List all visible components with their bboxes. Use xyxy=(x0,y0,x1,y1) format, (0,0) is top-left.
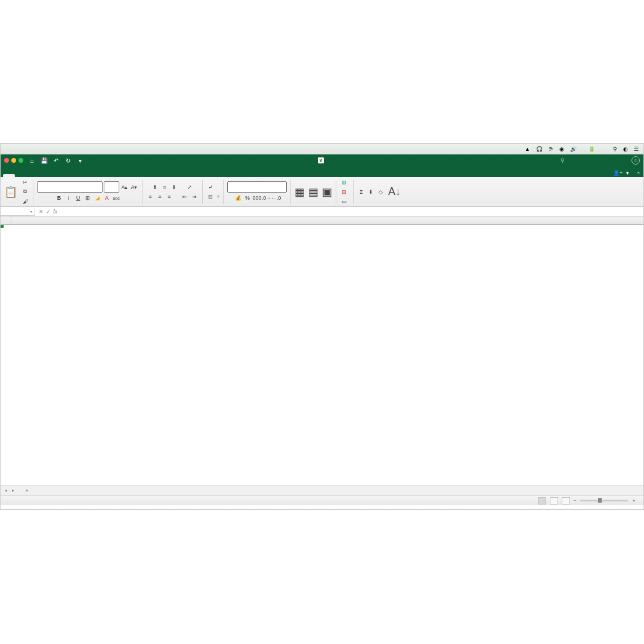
paste-button[interactable]: 📋 xyxy=(4,185,17,199)
align-top-icon[interactable]: ⬆ xyxy=(151,183,159,191)
wifi-icon[interactable]: ◉ xyxy=(559,146,564,152)
close-button[interactable] xyxy=(4,158,9,163)
zoom-out-button[interactable]: − xyxy=(574,498,577,503)
select-all-corner[interactable] xyxy=(1,216,11,224)
tab-data[interactable] xyxy=(51,174,63,177)
increase-decimal-icon[interactable]: .0→ xyxy=(262,194,271,202)
format-painter-icon[interactable]: 🖌 xyxy=(21,197,29,206)
mac-menubar: ▲ 🎧 ⚞ ◉ 🔊 🔋 ⚲ ◐ ☰ xyxy=(1,144,643,154)
number-format-select[interactable] xyxy=(227,181,287,193)
bluetooth-icon[interactable]: ⚞ xyxy=(549,146,553,152)
underline-button[interactable]: U xyxy=(74,194,82,202)
align-left-icon[interactable]: ≡ xyxy=(146,193,154,201)
table-icon: ▤ xyxy=(308,185,318,199)
user-icon[interactable]: ◐ xyxy=(623,146,628,152)
collapse-ribbon-icon[interactable]: ⌃ xyxy=(636,171,641,177)
tab-insert[interactable] xyxy=(15,174,27,177)
increase-font-icon[interactable]: A▴ xyxy=(120,183,129,191)
cell-styles-icon: ▣ xyxy=(322,185,332,199)
align-right-icon[interactable]: ≡ xyxy=(165,193,174,201)
align-middle-icon[interactable]: ≡ xyxy=(160,183,169,191)
phonetic-button[interactable]: abc xyxy=(112,194,120,202)
titlebar: ⌂ 💾 ↶ ↻ ▾ X ⚲ ☺ xyxy=(1,154,643,166)
tab-review[interactable] xyxy=(63,174,75,177)
ribbon-tabs: 👤+ ▾ ⌃ xyxy=(1,166,643,177)
zoom-in-button[interactable]: ＋ xyxy=(631,497,636,504)
spreadsheet-grid[interactable] xyxy=(1,216,643,485)
cell-styles-button[interactable]: ▣ xyxy=(322,185,332,199)
tab-view[interactable] xyxy=(75,174,86,177)
comma-icon[interactable]: 000 xyxy=(253,194,261,202)
headphones-icon[interactable]: 🎧 xyxy=(536,146,543,152)
paste-icon: 📋 xyxy=(4,185,17,199)
cancel-formula-icon[interactable]: ✕ xyxy=(39,209,44,215)
increase-indent-icon[interactable]: ⇥ xyxy=(190,193,199,201)
italic-button[interactable]: I xyxy=(64,194,73,202)
fill-color-button[interactable]: ◢ xyxy=(93,194,101,202)
redo-icon[interactable]: ↻ xyxy=(64,156,72,165)
feedback-icon[interactable]: ☺ xyxy=(631,156,640,165)
spotlight-icon[interactable]: ⚲ xyxy=(613,146,617,152)
volume-icon[interactable]: 🔊 xyxy=(570,146,577,152)
font-name-select[interactable] xyxy=(37,181,103,193)
name-box[interactable]: ▾ xyxy=(1,208,35,216)
search-input[interactable] xyxy=(567,157,627,163)
sort-filter-icon: A↓ xyxy=(388,185,401,198)
font-color-button[interactable]: A xyxy=(103,194,111,202)
border-button[interactable]: ⊞ xyxy=(83,194,92,202)
conditional-format-button[interactable]: ▦ xyxy=(295,185,305,199)
tab-page-layout[interactable] xyxy=(27,174,39,177)
qat-customize-icon[interactable]: ▾ xyxy=(76,156,84,165)
excel-doc-icon: X xyxy=(318,157,324,163)
zoom-slider[interactable] xyxy=(580,500,628,501)
ribbon: 📋 ✂ ⧉ 🖌 A▴ A▾ B I U ⊞ ◢ A abc xyxy=(1,177,643,207)
copy-icon[interactable]: ⧉ xyxy=(21,188,29,196)
sort-filter-button[interactable]: A↓ xyxy=(388,185,401,198)
insert-cells-icon[interactable]: ⊞ xyxy=(340,178,348,187)
fx-icon[interactable]: fx xyxy=(53,209,57,215)
add-sheet-button[interactable]: ＋ xyxy=(20,486,34,495)
sheet-nav-first-icon[interactable]: ◂ xyxy=(3,488,9,494)
delete-cells-icon[interactable]: ⊟ xyxy=(340,188,348,196)
minimize-button[interactable] xyxy=(11,158,16,163)
save-icon[interactable]: 💾 xyxy=(40,156,48,165)
share-button[interactable]: 👤+ ▾ xyxy=(608,169,634,177)
normal-view-button[interactable] xyxy=(538,497,546,504)
siri-icon[interactable]: ▲ xyxy=(525,146,530,152)
cut-icon[interactable]: ✂ xyxy=(21,178,29,187)
align-bottom-icon[interactable]: ⬇ xyxy=(170,183,178,191)
page-layout-view-button[interactable] xyxy=(550,497,558,504)
wrap-text-icon[interactable]: ⤶ xyxy=(206,183,215,191)
undo-icon[interactable]: ↶ xyxy=(52,156,60,165)
orientation-icon[interactable]: ⤢ xyxy=(185,183,194,191)
formula-input[interactable] xyxy=(61,208,643,216)
cond-fmt-icon: ▦ xyxy=(295,185,305,199)
font-size-select[interactable] xyxy=(104,181,119,193)
fill-icon[interactable]: ⬇ xyxy=(367,188,375,196)
clear-icon[interactable]: ◇ xyxy=(376,188,385,196)
bold-button[interactable]: B xyxy=(55,194,63,202)
align-center-icon[interactable]: ≡ xyxy=(156,193,164,201)
sheet-tabs: ◂ ▸ ＋ xyxy=(1,485,643,496)
decrease-decimal-icon[interactable]: ←.0 xyxy=(272,194,280,202)
currency-icon[interactable]: 💰 xyxy=(234,194,242,202)
page-break-view-button[interactable] xyxy=(562,497,570,504)
percent-icon[interactable]: % xyxy=(243,194,252,202)
maximize-button[interactable] xyxy=(18,158,23,163)
decrease-font-icon[interactable]: A▾ xyxy=(130,183,138,191)
format-cells-icon[interactable]: ▭ xyxy=(340,197,348,206)
search-icon: ⚲ xyxy=(561,157,565,163)
sheet-nav-last-icon[interactable]: ▸ xyxy=(10,488,16,494)
status-bar: − ＋ xyxy=(1,496,643,505)
menu-icon[interactable]: ☰ xyxy=(634,146,639,152)
format-as-table-button[interactable]: ▤ xyxy=(308,185,318,199)
decrease-indent-icon[interactable]: ⇤ xyxy=(181,193,189,201)
tab-home[interactable] xyxy=(3,174,15,177)
enter-formula-icon[interactable]: ✓ xyxy=(46,209,51,215)
battery-icon[interactable]: 🔋 xyxy=(589,146,595,152)
autosum-icon[interactable]: Σ xyxy=(357,188,366,196)
formula-bar: ▾ ✕ ✓ fx xyxy=(1,207,643,216)
home-icon[interactable]: ⌂ xyxy=(28,156,36,165)
merge-icon: ⊟ xyxy=(206,193,215,201)
tab-formulas[interactable] xyxy=(39,174,51,177)
